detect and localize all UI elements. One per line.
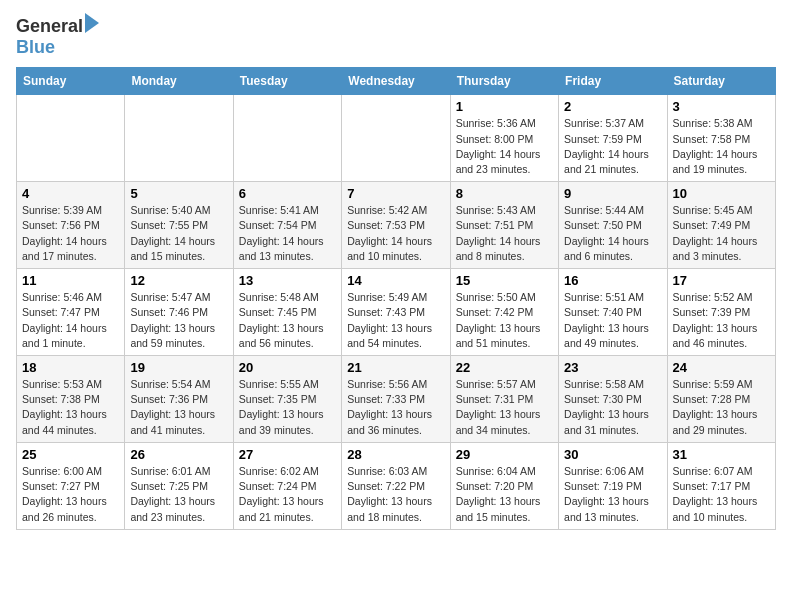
calendar-cell: 9Sunrise: 5:44 AMSunset: 7:50 PMDaylight… bbox=[559, 182, 667, 269]
day-number: 15 bbox=[456, 273, 553, 288]
calendar-week-4: 18Sunrise: 5:53 AMSunset: 7:38 PMDayligh… bbox=[17, 356, 776, 443]
calendar-cell: 5Sunrise: 5:40 AMSunset: 7:55 PMDaylight… bbox=[125, 182, 233, 269]
calendar-cell: 6Sunrise: 5:41 AMSunset: 7:54 PMDaylight… bbox=[233, 182, 341, 269]
day-number: 18 bbox=[22, 360, 119, 375]
day-info: Sunrise: 5:45 AMSunset: 7:49 PMDaylight:… bbox=[673, 203, 770, 264]
day-info: Sunrise: 5:56 AMSunset: 7:33 PMDaylight:… bbox=[347, 377, 444, 438]
day-info: Sunrise: 6:07 AMSunset: 7:17 PMDaylight:… bbox=[673, 464, 770, 525]
weekday-header-monday: Monday bbox=[125, 68, 233, 95]
day-info: Sunrise: 5:52 AMSunset: 7:39 PMDaylight:… bbox=[673, 290, 770, 351]
day-info: Sunrise: 5:58 AMSunset: 7:30 PMDaylight:… bbox=[564, 377, 661, 438]
day-info: Sunrise: 5:38 AMSunset: 7:58 PMDaylight:… bbox=[673, 116, 770, 177]
calendar-header-row: SundayMondayTuesdayWednesdayThursdayFrid… bbox=[17, 68, 776, 95]
calendar-cell: 28Sunrise: 6:03 AMSunset: 7:22 PMDayligh… bbox=[342, 442, 450, 529]
day-number: 28 bbox=[347, 447, 444, 462]
weekday-header-wednesday: Wednesday bbox=[342, 68, 450, 95]
calendar-cell: 7Sunrise: 5:42 AMSunset: 7:53 PMDaylight… bbox=[342, 182, 450, 269]
day-number: 1 bbox=[456, 99, 553, 114]
day-number: 6 bbox=[239, 186, 336, 201]
day-info: Sunrise: 6:03 AMSunset: 7:22 PMDaylight:… bbox=[347, 464, 444, 525]
weekday-header-friday: Friday bbox=[559, 68, 667, 95]
day-number: 26 bbox=[130, 447, 227, 462]
day-number: 24 bbox=[673, 360, 770, 375]
calendar-cell: 16Sunrise: 5:51 AMSunset: 7:40 PMDayligh… bbox=[559, 269, 667, 356]
logo-arrow-icon bbox=[85, 13, 99, 33]
day-number: 16 bbox=[564, 273, 661, 288]
day-number: 12 bbox=[130, 273, 227, 288]
day-number: 23 bbox=[564, 360, 661, 375]
day-info: Sunrise: 5:47 AMSunset: 7:46 PMDaylight:… bbox=[130, 290, 227, 351]
day-number: 2 bbox=[564, 99, 661, 114]
day-info: Sunrise: 5:40 AMSunset: 7:55 PMDaylight:… bbox=[130, 203, 227, 264]
calendar-week-1: 1Sunrise: 5:36 AMSunset: 8:00 PMDaylight… bbox=[17, 95, 776, 182]
day-number: 10 bbox=[673, 186, 770, 201]
calendar-cell: 1Sunrise: 5:36 AMSunset: 8:00 PMDaylight… bbox=[450, 95, 558, 182]
day-info: Sunrise: 6:01 AMSunset: 7:25 PMDaylight:… bbox=[130, 464, 227, 525]
calendar-table: SundayMondayTuesdayWednesdayThursdayFrid… bbox=[16, 67, 776, 529]
calendar-cell: 11Sunrise: 5:46 AMSunset: 7:47 PMDayligh… bbox=[17, 269, 125, 356]
calendar-cell: 17Sunrise: 5:52 AMSunset: 7:39 PMDayligh… bbox=[667, 269, 775, 356]
calendar-cell: 19Sunrise: 5:54 AMSunset: 7:36 PMDayligh… bbox=[125, 356, 233, 443]
day-info: Sunrise: 5:50 AMSunset: 7:42 PMDaylight:… bbox=[456, 290, 553, 351]
day-number: 11 bbox=[22, 273, 119, 288]
day-number: 25 bbox=[22, 447, 119, 462]
calendar-cell bbox=[125, 95, 233, 182]
day-number: 19 bbox=[130, 360, 227, 375]
weekday-header-tuesday: Tuesday bbox=[233, 68, 341, 95]
logo: General Blue bbox=[16, 16, 99, 57]
logo-container: General Blue bbox=[16, 16, 99, 57]
calendar-cell: 3Sunrise: 5:38 AMSunset: 7:58 PMDaylight… bbox=[667, 95, 775, 182]
calendar-cell: 23Sunrise: 5:58 AMSunset: 7:30 PMDayligh… bbox=[559, 356, 667, 443]
calendar-cell bbox=[233, 95, 341, 182]
calendar-cell: 29Sunrise: 6:04 AMSunset: 7:20 PMDayligh… bbox=[450, 442, 558, 529]
calendar-cell: 22Sunrise: 5:57 AMSunset: 7:31 PMDayligh… bbox=[450, 356, 558, 443]
calendar-cell: 26Sunrise: 6:01 AMSunset: 7:25 PMDayligh… bbox=[125, 442, 233, 529]
day-info: Sunrise: 5:49 AMSunset: 7:43 PMDaylight:… bbox=[347, 290, 444, 351]
calendar-cell bbox=[17, 95, 125, 182]
day-number: 29 bbox=[456, 447, 553, 462]
calendar-week-2: 4Sunrise: 5:39 AMSunset: 7:56 PMDaylight… bbox=[17, 182, 776, 269]
calendar-cell: 4Sunrise: 5:39 AMSunset: 7:56 PMDaylight… bbox=[17, 182, 125, 269]
day-info: Sunrise: 5:51 AMSunset: 7:40 PMDaylight:… bbox=[564, 290, 661, 351]
calendar-cell: 14Sunrise: 5:49 AMSunset: 7:43 PMDayligh… bbox=[342, 269, 450, 356]
calendar-cell: 13Sunrise: 5:48 AMSunset: 7:45 PMDayligh… bbox=[233, 269, 341, 356]
day-number: 8 bbox=[456, 186, 553, 201]
day-number: 27 bbox=[239, 447, 336, 462]
calendar-cell: 18Sunrise: 5:53 AMSunset: 7:38 PMDayligh… bbox=[17, 356, 125, 443]
day-info: Sunrise: 5:57 AMSunset: 7:31 PMDaylight:… bbox=[456, 377, 553, 438]
day-info: Sunrise: 5:46 AMSunset: 7:47 PMDaylight:… bbox=[22, 290, 119, 351]
day-info: Sunrise: 5:37 AMSunset: 7:59 PMDaylight:… bbox=[564, 116, 661, 177]
day-info: Sunrise: 6:00 AMSunset: 7:27 PMDaylight:… bbox=[22, 464, 119, 525]
calendar-week-5: 25Sunrise: 6:00 AMSunset: 7:27 PMDayligh… bbox=[17, 442, 776, 529]
day-number: 5 bbox=[130, 186, 227, 201]
day-number: 21 bbox=[347, 360, 444, 375]
day-info: Sunrise: 5:42 AMSunset: 7:53 PMDaylight:… bbox=[347, 203, 444, 264]
calendar-cell: 27Sunrise: 6:02 AMSunset: 7:24 PMDayligh… bbox=[233, 442, 341, 529]
calendar-cell: 24Sunrise: 5:59 AMSunset: 7:28 PMDayligh… bbox=[667, 356, 775, 443]
day-info: Sunrise: 6:06 AMSunset: 7:19 PMDaylight:… bbox=[564, 464, 661, 525]
day-number: 30 bbox=[564, 447, 661, 462]
day-number: 22 bbox=[456, 360, 553, 375]
calendar-cell: 31Sunrise: 6:07 AMSunset: 7:17 PMDayligh… bbox=[667, 442, 775, 529]
day-number: 14 bbox=[347, 273, 444, 288]
day-number: 31 bbox=[673, 447, 770, 462]
logo-blue: Blue bbox=[16, 37, 55, 57]
day-number: 20 bbox=[239, 360, 336, 375]
calendar-cell: 2Sunrise: 5:37 AMSunset: 7:59 PMDaylight… bbox=[559, 95, 667, 182]
calendar-week-3: 11Sunrise: 5:46 AMSunset: 7:47 PMDayligh… bbox=[17, 269, 776, 356]
page-header: General Blue bbox=[16, 16, 776, 57]
day-number: 9 bbox=[564, 186, 661, 201]
calendar-cell: 30Sunrise: 6:06 AMSunset: 7:19 PMDayligh… bbox=[559, 442, 667, 529]
weekday-header-saturday: Saturday bbox=[667, 68, 775, 95]
day-number: 4 bbox=[22, 186, 119, 201]
day-info: Sunrise: 5:48 AMSunset: 7:45 PMDaylight:… bbox=[239, 290, 336, 351]
day-info: Sunrise: 5:59 AMSunset: 7:28 PMDaylight:… bbox=[673, 377, 770, 438]
calendar-cell: 15Sunrise: 5:50 AMSunset: 7:42 PMDayligh… bbox=[450, 269, 558, 356]
day-info: Sunrise: 5:36 AMSunset: 8:00 PMDaylight:… bbox=[456, 116, 553, 177]
logo-general: General bbox=[16, 16, 83, 37]
weekday-header-thursday: Thursday bbox=[450, 68, 558, 95]
logo-text-block: General Blue bbox=[16, 16, 99, 57]
day-info: Sunrise: 6:04 AMSunset: 7:20 PMDaylight:… bbox=[456, 464, 553, 525]
day-info: Sunrise: 5:43 AMSunset: 7:51 PMDaylight:… bbox=[456, 203, 553, 264]
calendar-cell: 12Sunrise: 5:47 AMSunset: 7:46 PMDayligh… bbox=[125, 269, 233, 356]
